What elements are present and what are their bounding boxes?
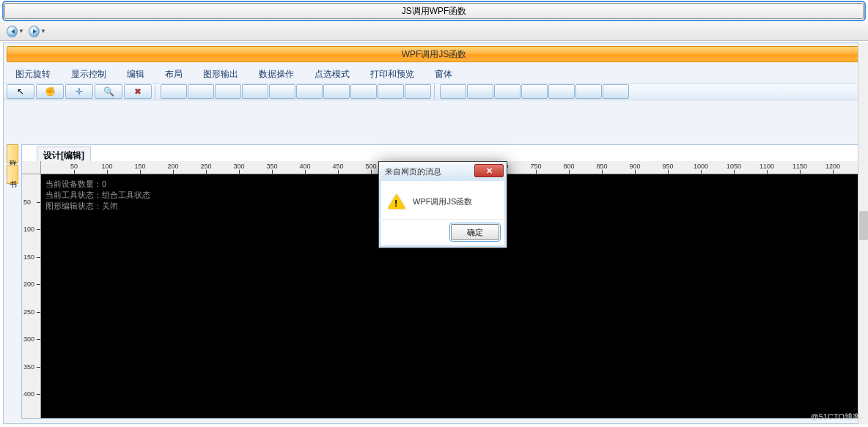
ruler-tick: 400: [23, 390, 34, 398]
toolbar-group-1: [161, 84, 431, 99]
tool-blank[interactable]: [603, 84, 629, 99]
ruler-tick: 900: [629, 163, 640, 170]
ruler-tick: 200: [23, 281, 34, 288]
dialog-footer: 确定: [379, 219, 507, 248]
target-icon: ✛: [76, 86, 83, 97]
menu-print[interactable]: 打印和预览: [360, 65, 424, 83]
tool-hand[interactable]: ✊: [36, 84, 64, 99]
tool-blank[interactable]: [350, 84, 377, 99]
forward-arrow-icon: [29, 26, 40, 37]
orange-bar-label: WPF调用JS函数: [402, 48, 467, 61]
tool-blank[interactable]: [440, 84, 466, 99]
chevron-down-icon: ▼: [18, 28, 24, 34]
zoom-icon: 🔍: [103, 86, 114, 97]
ruler-tick: 1000: [694, 163, 708, 170]
watermark: @51CTO博客: [811, 412, 861, 423]
menu-export[interactable]: 图形输出: [193, 65, 249, 83]
back-arrow-icon: [7, 26, 18, 37]
dialog-titlebar[interactable]: 来自网页的消息 ✕: [379, 162, 507, 181]
ruler-tick: 1200: [825, 163, 840, 170]
ruler-tick: 450: [332, 163, 343, 170]
wpf-call-js-button[interactable]: WPF调用JS函数: [7, 46, 861, 62]
ruler-tick: 800: [563, 163, 574, 170]
ruler-tick: 950: [662, 163, 673, 170]
dialog-ok-button[interactable]: 确定: [451, 224, 499, 240]
toolbar-separator: [155, 84, 158, 99]
ruler-tick: 50: [23, 198, 31, 206]
nav-forward-button[interactable]: ▼: [28, 24, 47, 39]
warning-icon: [388, 194, 405, 209]
vertical-ruler: 50100150200250300350400450500550: [22, 174, 41, 418]
ruler-tick: 250: [23, 308, 34, 316]
side-tab-2[interactable]: 书: [7, 165, 18, 184]
tool-blank[interactable]: [188, 84, 214, 99]
tool-blank[interactable]: [521, 84, 548, 99]
ruler-tick: 450: [23, 418, 34, 419]
tool-blank[interactable]: [215, 84, 241, 99]
side-tab-1[interactable]: 联: [7, 144, 18, 163]
tool-blank[interactable]: [378, 84, 404, 99]
tool-blank[interactable]: [405, 84, 431, 99]
ruler-tick: 100: [23, 226, 34, 233]
tool-blank[interactable]: [161, 84, 187, 99]
ruler-tick: 350: [266, 163, 277, 170]
dialog-body: WPF调用JS函数: [379, 181, 507, 219]
menu-rotate[interactable]: 图元旋转: [5, 65, 61, 83]
ruler-tick: 300: [23, 335, 34, 343]
tool-blank[interactable]: [242, 84, 268, 99]
toolbar-separator: [434, 84, 437, 99]
nav-bar: ▼ ▼: [0, 22, 868, 41]
ruler-corner: [22, 161, 41, 174]
ruler-tick: 350: [23, 363, 34, 371]
tool-blank[interactable]: [548, 84, 575, 99]
ruler-tick: 750: [530, 163, 541, 170]
menu-window[interactable]: 窗体: [424, 65, 463, 83]
tool-blank[interactable]: [269, 84, 295, 99]
dialog-close-button[interactable]: ✕: [474, 164, 504, 177]
toolbar: ↖ ✊ ✛ 🔍 ✖: [4, 83, 864, 100]
menu-bar: 图元旋转 显示控制 编辑 布局 图形输出 数据操作 点选模式 打印和预览 窗体: [4, 65, 864, 83]
menu-select[interactable]: 点选模式: [304, 65, 360, 83]
menu-display[interactable]: 显示控制: [61, 65, 117, 83]
ruler-tick: 500: [365, 163, 376, 170]
ruler-tick: 200: [167, 163, 178, 170]
tool-blank[interactable]: [296, 84, 323, 99]
tool-zoom[interactable]: 🔍: [95, 84, 122, 99]
tools-icon: ✖: [134, 86, 141, 97]
top-button-label: JS调用WPF函数: [402, 5, 467, 18]
ruler-tick: 50: [70, 163, 78, 170]
tool-cursor[interactable]: ↖: [7, 84, 34, 99]
vertical-scrollbar[interactable]: [858, 42, 868, 424]
ruler-tick: 850: [596, 163, 607, 170]
chevron-down-icon: ▼: [40, 28, 46, 34]
ruler-tick: 100: [101, 163, 112, 170]
tool-tools[interactable]: ✖: [124, 84, 152, 99]
close-icon: ✕: [486, 166, 493, 176]
tool-blank[interactable]: [494, 84, 521, 99]
menu-edit[interactable]: 编辑: [117, 65, 155, 83]
ruler-tick: 1150: [792, 163, 807, 170]
menu-layout[interactable]: 布局: [155, 65, 193, 83]
menu-data[interactable]: 数据操作: [249, 65, 304, 83]
ruler-tick: 1050: [727, 163, 741, 170]
nav-back-button[interactable]: ▼: [6, 24, 25, 39]
tool-blank[interactable]: [467, 84, 493, 99]
scroll-thumb[interactable]: [859, 211, 868, 240]
js-call-wpf-button[interactable]: JS调用WPF函数: [4, 3, 864, 19]
dialog-message: WPF调用JS函数: [413, 196, 472, 207]
ruler-tick: 300: [233, 163, 244, 170]
ruler-tick: 250: [200, 163, 211, 170]
status-text: 当前设备数量：0 当前工具状态：组合工具状态 图形编辑状态：关闭: [45, 179, 150, 212]
dialog-title-text: 来自网页的消息: [385, 166, 441, 177]
ruler-tick: 1100: [760, 163, 774, 170]
toolbar-group-2: [440, 84, 629, 99]
side-tabs: 联 书: [7, 144, 20, 184]
ruler-tick: 150: [23, 253, 34, 261]
message-dialog: 来自网页的消息 ✕ WPF调用JS函数 确定: [378, 161, 507, 248]
tool-blank[interactable]: [575, 84, 602, 99]
hand-icon: ✊: [45, 86, 56, 97]
ruler-tick: 400: [299, 163, 310, 170]
tool-blank[interactable]: [323, 84, 350, 99]
cursor-icon: ↖: [17, 86, 24, 97]
tool-target[interactable]: ✛: [65, 84, 93, 99]
